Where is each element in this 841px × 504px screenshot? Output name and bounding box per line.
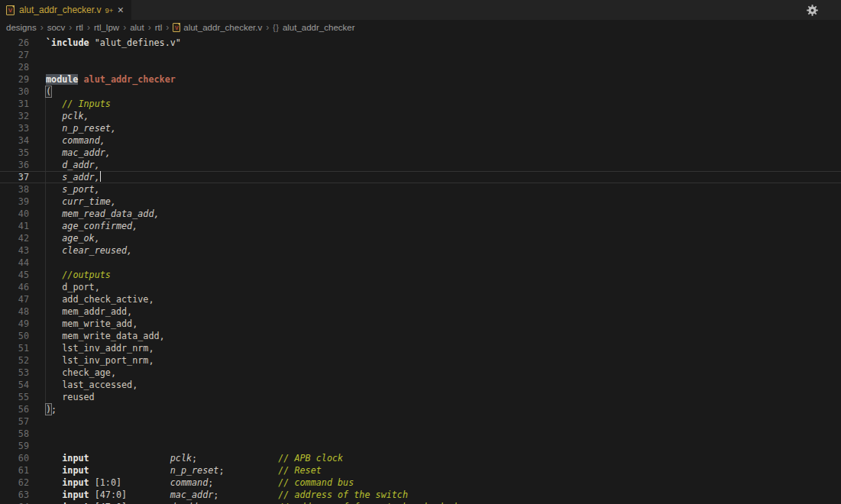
line-number[interactable]: 64: [0, 501, 29, 504]
code-text[interactable]: add_check_active,: [29, 293, 154, 305]
code-line[interactable]: 59: [0, 440, 841, 452]
breadcrumb-item-alut_addr_checker[interactable]: {}alut_addr_checker: [273, 23, 354, 32]
code-text[interactable]: d_port,: [29, 281, 100, 293]
code-text[interactable]: mem_read_data_add,: [29, 208, 160, 220]
line-number[interactable]: 27: [0, 49, 29, 61]
line-number[interactable]: 32: [0, 110, 29, 122]
breadcrumb-item-rtl_lpw[interactable]: rtl_lpw: [94, 23, 119, 32]
code-line[interactable]: 34 command,: [0, 134, 841, 147]
code-line[interactable]: 50 mem_write_data_add,: [0, 330, 841, 342]
code-text[interactable]: lst_inv_port_nrm,: [29, 354, 154, 367]
code-line[interactable]: 30(: [0, 86, 841, 98]
line-number[interactable]: 37: [0, 171, 29, 183]
code-line[interactable]: 32 pclk,: [0, 110, 841, 122]
breadcrumb-item-designs[interactable]: designs: [6, 23, 37, 32]
breadcrumb-item-alut[interactable]: alut: [130, 23, 144, 32]
line-number[interactable]: 51: [0, 342, 29, 354]
code-text[interactable]: [29, 440, 46, 452]
code-line[interactable]: 27: [0, 49, 841, 61]
code-line[interactable]: 45 //outputs: [0, 269, 841, 281]
code-text[interactable]: reused: [29, 391, 95, 403]
line-number[interactable]: 36: [0, 159, 29, 171]
code-line[interactable]: 43 clear_reused,: [0, 244, 841, 257]
code-line[interactable]: 36 d_addr,: [0, 159, 841, 171]
code-text[interactable]: input [47:0] d_addr; // address of frame…: [29, 501, 457, 504]
code-line[interactable]: 33 n_p_reset,: [0, 122, 841, 134]
code-line[interactable]: 28: [0, 61, 841, 73]
code-text[interactable]: // Inputs: [29, 98, 111, 110]
line-number[interactable]: 57: [0, 415, 29, 428]
line-number[interactable]: 30: [0, 86, 29, 98]
code-line[interactable]: 62 input [1:0] command; // command bus: [0, 477, 841, 489]
code-text[interactable]: [29, 257, 46, 269]
code-editor[interactable]: 26`include "alut_defines.v"272829module …: [0, 35, 841, 504]
code-text[interactable]: command,: [29, 134, 105, 147]
line-number[interactable]: 41: [0, 220, 29, 232]
code-line[interactable]: 54 last_accessed,: [0, 379, 841, 391]
code-text[interactable]: last_accessed,: [29, 379, 137, 391]
breadcrumb-item-alut_addr_checker.v[interactable]: Valut_addr_checker.v: [173, 23, 262, 32]
code-text[interactable]: mem_addr_add,: [29, 305, 132, 318]
code-text[interactable]: [29, 428, 46, 440]
code-line[interactable]: 51 lst_inv_addr_nrm,: [0, 342, 841, 354]
line-number[interactable]: 29: [0, 73, 29, 86]
code-line[interactable]: 63 input [47:0] mac_addr; // address of …: [0, 489, 841, 501]
code-line[interactable]: 38 s_port,: [0, 183, 841, 195]
code-line-current[interactable]: 37 s_addr,: [0, 171, 841, 183]
line-number[interactable]: 39: [0, 195, 29, 208]
line-number[interactable]: 28: [0, 61, 29, 73]
code-text[interactable]: age_ok,: [29, 232, 100, 244]
line-number[interactable]: 44: [0, 257, 29, 269]
code-text[interactable]: [29, 61, 46, 73]
code-text[interactable]: d_addr,: [29, 159, 100, 171]
code-line[interactable]: 64 input [47:0] d_addr; // address of fr…: [0, 501, 841, 504]
code-line[interactable]: 47 add_check_active,: [0, 293, 841, 305]
tab-close-icon[interactable]: ×: [116, 5, 125, 15]
line-number[interactable]: 45: [0, 269, 29, 281]
code-line[interactable]: 40 mem_read_data_add,: [0, 208, 841, 220]
settings-gear-icon[interactable]: [807, 5, 818, 16]
code-text[interactable]: check_age,: [29, 367, 116, 379]
code-text[interactable]: age_confirmed,: [29, 220, 137, 232]
line-number[interactable]: 38: [0, 183, 29, 195]
code-line[interactable]: 26`include "alut_defines.v": [0, 37, 841, 49]
line-number[interactable]: 34: [0, 134, 29, 147]
code-text[interactable]: mem_write_add,: [29, 318, 137, 330]
code-line[interactable]: 29module alut_addr_checker: [0, 73, 841, 86]
line-number[interactable]: 54: [0, 379, 29, 391]
code-line[interactable]: 60 input pclk; // APB clock: [0, 452, 841, 464]
line-number[interactable]: 43: [0, 244, 29, 257]
code-line[interactable]: 35 mac_addr,: [0, 147, 841, 159]
code-text[interactable]: s_port,: [29, 183, 100, 195]
code-line[interactable]: 31 // Inputs: [0, 98, 841, 110]
line-number[interactable]: 33: [0, 122, 29, 134]
line-number[interactable]: 60: [0, 452, 29, 464]
code-text[interactable]: [29, 49, 46, 61]
code-line[interactable]: 61 input n_p_reset; // Reset: [0, 464, 841, 477]
code-line[interactable]: 56);: [0, 403, 841, 415]
code-line[interactable]: 46 d_port,: [0, 281, 841, 293]
code-text[interactable]: input [47:0] mac_addr; // address of the…: [29, 489, 408, 501]
tab-alut-addr-checker[interactable]: V alut_addr_checker.v 9+ ×: [0, 0, 131, 20]
code-text[interactable]: curr_time,: [29, 195, 116, 208]
code-line[interactable]: 49 mem_write_add,: [0, 318, 841, 330]
code-line[interactable]: 44: [0, 257, 841, 269]
code-line[interactable]: 52 lst_inv_port_nrm,: [0, 354, 841, 367]
line-number[interactable]: 26: [0, 37, 29, 49]
line-number[interactable]: 46: [0, 281, 29, 293]
code-line[interactable]: 42 age_ok,: [0, 232, 841, 244]
code-text[interactable]: lst_inv_addr_nrm,: [29, 342, 154, 354]
line-number[interactable]: 58: [0, 428, 29, 440]
line-number[interactable]: 56: [0, 403, 29, 415]
code-text[interactable]: mem_write_data_add,: [29, 330, 165, 342]
line-number[interactable]: 62: [0, 477, 29, 489]
line-number[interactable]: 53: [0, 367, 29, 379]
line-number[interactable]: 55: [0, 391, 29, 403]
code-line[interactable]: 55 reused: [0, 391, 841, 403]
line-number[interactable]: 52: [0, 354, 29, 367]
code-text[interactable]: module alut_addr_checker: [29, 73, 176, 86]
code-line[interactable]: 58: [0, 428, 841, 440]
line-number[interactable]: 42: [0, 232, 29, 244]
code-text[interactable]: n_p_reset,: [29, 122, 116, 134]
line-number[interactable]: 49: [0, 318, 29, 330]
